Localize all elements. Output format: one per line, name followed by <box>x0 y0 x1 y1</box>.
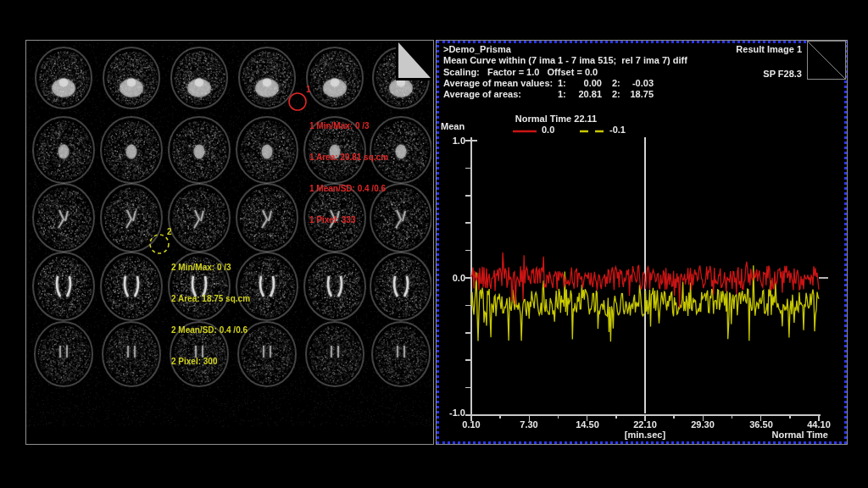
x-tick-22.10: 22.10 <box>626 419 664 430</box>
roi-1-number: 1 <box>306 85 311 94</box>
y-tick-0.0: 0.0 <box>437 273 465 283</box>
roi-2-stats: 2 Min/Max: 0 /3 2 Area: 18.75 sq.cm 2 Me… <box>171 241 250 389</box>
roi-1-stats: 1 Min/Max: 0 /3 1 Area: 20.81 sq.cm 1 Me… <box>309 100 388 247</box>
roi-1-minmax: 1 Min/Max: 0 /3 <box>309 121 388 131</box>
x-tick-29.30: 29.30 <box>684 419 721 430</box>
y-tick--1.0: -1.0 <box>437 408 465 418</box>
roi-1-meansd: 1 Mean/SD: 0.4 /0.6 <box>309 184 388 194</box>
legend-line-yellow-icon <box>579 129 606 134</box>
roi-2-circle[interactable] <box>150 235 169 253</box>
roi-1-area: 1 Area: 20.81 sq.cm <box>309 152 388 163</box>
image-corner-fold-icon[interactable] <box>396 41 433 80</box>
legend-yellow-label: -0.1 <box>609 125 626 135</box>
slice-position-label: SP F28.3 <box>763 69 802 79</box>
x-tick-7.30: 7.30 <box>510 419 548 430</box>
roi-2-pixel: 2 Pixel: 300 <box>171 357 250 367</box>
avg-area-label: Average of areas: <box>443 89 521 99</box>
patient-name: >Demo_Prisma <box>443 44 511 54</box>
cursor-readout: Normal Time 22.11 <box>501 114 611 124</box>
mean-curve-viewport[interactable]: >Demo_Prisma Mean Curve within (7 ima 1 … <box>436 40 848 445</box>
legend-line-red-icon <box>512 129 537 134</box>
roi-2-meansd: 2 Mean/SD: 0.4 /0.6 <box>171 325 250 336</box>
roi-2-minmax: 2 Min/Max: 0 /3 <box>171 263 250 273</box>
y-axis-title: Mean <box>441 121 465 131</box>
result-corner-icon[interactable] <box>807 41 846 80</box>
y-tick-1.0: 1.0 <box>437 136 465 146</box>
mean-curve-plot[interactable] <box>437 41 847 444</box>
roi-1-circle[interactable] <box>289 93 306 110</box>
roi-1-pixel: 1 Pixel: 333 <box>309 215 388 225</box>
avg-mean-value2: -0.03 <box>615 78 654 88</box>
x-tick-36.50: 36.50 <box>743 419 780 430</box>
avg-area-value2: 18.75 <box>615 89 654 99</box>
legend-red-label: 0.0 <box>542 125 554 135</box>
result-image-label: Result Image 1 <box>736 44 802 54</box>
mri-montage-viewport[interactable]: 1 1 Min/Max: 0 /3 1 Area: 20.81 sq.cm 1 … <box>25 40 434 445</box>
curve-info-line: Mean Curve within (7 ima 1 - 7 ima 515; … <box>443 55 687 65</box>
x-axis-title: Normal Time <box>743 430 828 440</box>
avg-mean-value1: 0.00 <box>564 78 602 88</box>
x-axis-unit: [min.sec] <box>603 430 687 440</box>
x-tick-0.10: 0.10 <box>453 419 490 430</box>
avg-mean-label: Average of mean values: <box>443 78 553 88</box>
application-background: 1 1 Min/Max: 0 /3 1 Area: 20.81 sq.cm 1 … <box>0 0 868 488</box>
x-tick-14.50: 14.50 <box>569 419 606 430</box>
avg-area-value1: 20.81 <box>564 89 602 99</box>
x-tick-44.10: 44.10 <box>800 419 837 430</box>
roi-2-area: 2 Area: 18.75 sq.cm <box>171 294 250 304</box>
scaling-line: Scaling: Factor = 1.0 Offset = 0.0 <box>443 67 598 77</box>
roi-2-number: 2 <box>167 227 172 236</box>
